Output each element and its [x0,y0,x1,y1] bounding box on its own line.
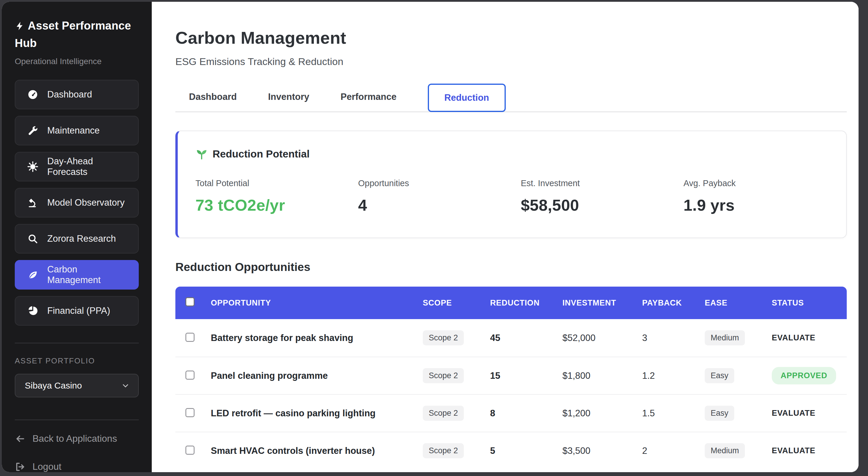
column-header-opportunity: OPPORTUNITY [211,298,423,307]
portfolio-selected-value: Sibaya Casino [25,381,82,391]
page-title: Carbon Management [175,28,847,48]
chevron-down-icon [121,381,130,390]
column-header-reduction: REDUCTION [490,298,562,307]
opportunities-table: OPPORTUNITY SCOPE REDUCTION INVESTMENT P… [175,287,847,469]
sidebar-item-financial[interactable]: Financial (PPA) [15,296,139,326]
status-label: EVALUATE [772,409,815,417]
logout-icon [15,462,25,472]
portfolio-select[interactable]: Sibaya Casino [15,374,139,397]
app-brand: Asset Performance Hub [15,17,139,52]
sidebar-divider [15,420,139,420]
reduction-potential-card: Reduction Potential Total Potential 73 t… [175,130,847,238]
microscope-icon [27,197,39,209]
ease-badge: Easy [705,406,734,421]
app-window: Asset Performance Hub Operational Intell… [2,2,859,472]
sidebar-item-dashboard[interactable]: Dashboard [15,80,139,109]
table-row: Battery storage for peak shaving Scope 2… [175,319,847,357]
column-header-payback: PAYBACK [642,298,705,307]
magnifier-icon [27,233,39,245]
tab-reduction[interactable]: Reduction [428,84,506,112]
sidebar-item-label: Day-Ahead Forecasts [47,156,132,177]
table-header-row: OPPORTUNITY SCOPE REDUCTION INVESTMENT P… [175,287,847,319]
tab-inventory[interactable]: Inventory [268,92,309,102]
page-subtitle: ESG Emissions Tracking & Reduction [175,56,847,67]
row-checkbox[interactable] [185,370,194,380]
scope-badge: Scope 2 [423,330,464,346]
select-all-checkbox[interactable] [185,297,194,306]
leaf-icon [27,269,39,281]
row-checkbox[interactable] [185,446,194,455]
sidebar: Asset Performance Hub Operational Intell… [2,2,152,472]
logout-label: Logout [32,461,61,472]
back-link-label: Back to Applications [32,433,117,444]
summary-metrics: Total Potential 73 tCO2e/yr Opportunitie… [195,178,846,214]
sidebar-item-label: Zorora Research [47,233,116,244]
sidebar-item-research[interactable]: Zorora Research [15,224,139,254]
section-title: Reduction Opportunities [175,261,847,274]
sidebar-item-label: Maintenance [47,125,100,136]
table-row: Panel cleaning programme Scope 2 15 $1,8… [175,357,847,394]
portfolio-label: ASSET PORTFOLIO [15,356,139,365]
app-subtitle: Operational Intelligence [15,57,139,66]
sidebar-item-carbon-management[interactable]: Carbon Management [15,260,139,290]
table-row: LED retrofit — casino parking lighting S… [175,394,847,432]
sun-icon [27,160,39,173]
ease-badge: Easy [705,368,734,383]
card-title: Reduction Potential [213,148,310,160]
sidebar-item-label: Financial (PPA) [47,305,110,316]
status-label: EVALUATE [772,333,815,342]
table-row: Smart HVAC controls (inverter house) Sco… [175,432,847,469]
sidebar-divider [15,343,139,343]
ease-badge: Medium [705,443,745,458]
logout-link[interactable]: Logout [15,461,139,472]
tab-performance[interactable]: Performance [340,92,397,102]
scope-badge: Scope 2 [423,443,464,458]
gauge-icon [27,88,39,101]
wrench-icon [27,124,39,137]
sidebar-item-label: Model Observatory [47,197,125,208]
seedling-icon [195,148,208,160]
row-checkbox[interactable] [185,333,194,342]
metric-est-investment: Est. Investment $58,500 [521,178,683,214]
main-content: Carbon Management ESG Emissions Tracking… [152,2,859,472]
column-header-status: STATUS [772,298,847,307]
back-to-applications-link[interactable]: Back to Applications [15,433,139,444]
status-label: EVALUATE [772,446,815,455]
app-title: Asset Performance Hub [15,20,131,49]
sidebar-item-observatory[interactable]: Model Observatory [15,188,139,217]
scope-badge: Scope 2 [423,406,464,421]
column-header-ease: EASE [705,298,772,307]
tab-dashboard[interactable]: Dashboard [189,92,237,102]
column-header-investment: INVESTMENT [562,298,642,307]
metric-avg-payback: Avg. Payback 1.9 yrs [683,178,846,214]
pie-chart-icon [27,305,39,317]
row-checkbox[interactable] [185,408,194,417]
sidebar-item-maintenance[interactable]: Maintenance [15,116,139,145]
column-header-scope: SCOPE [423,298,490,307]
bolt-icon [15,21,25,31]
ease-badge: Medium [705,330,745,346]
arrow-left-icon [15,434,25,444]
sidebar-item-label: Dashboard [47,89,92,100]
metric-total-potential: Total Potential 73 tCO2e/yr [195,178,358,214]
metric-opportunities: Opportunities 4 [358,178,521,214]
status-badge-approved: APPROVED [772,367,836,384]
scope-badge: Scope 2 [423,368,464,383]
sidebar-item-forecasts[interactable]: Day-Ahead Forecasts [15,152,139,181]
tab-bar: Dashboard Inventory Performance Reductio… [175,82,847,112]
sidebar-item-label: Carbon Management [47,264,132,286]
sidebar-nav: Dashboard Maintenance Day-Ahead Forecast… [15,80,139,332]
